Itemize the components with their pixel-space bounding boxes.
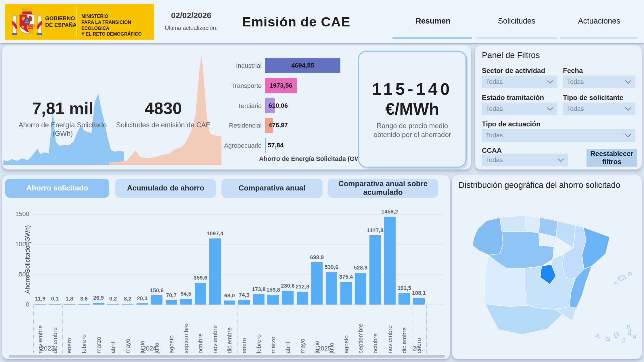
filter-dropdown-actuacion[interactable]: Todas [482,129,635,142]
chevron-down-icon [547,107,553,111]
spain-coat-of-arms-icon [11,7,43,37]
sector-bar[interactable] [265,138,266,153]
sector-label: Transporte [198,82,262,90]
month-bar[interactable] [224,301,235,305]
logo-divider [76,7,77,37]
monthly-chart-panel: Ahorro solicitado Acumulado de ahorro Co… [2,175,450,359]
bar-value-label: 1097,4 [201,230,229,237]
sector-row: Industrial4694,85 [221,58,356,73]
month-bar[interactable] [340,282,352,305]
filter-dropdown-sector[interactable]: Todas [482,76,557,88]
month-bar[interactable] [122,304,133,305]
month-bar[interactable] [107,304,119,305]
summary-panel: 7,81 mil Ahorro de Energía Solicitado (G… [2,45,471,170]
tab-solicitudes[interactable]: Solicitudes [476,17,557,26]
tab-resumen-underline [392,37,472,39]
filter-label-ccaa: CCAA [482,147,502,155]
month-bar[interactable] [34,304,46,305]
sector-label: Industrial [198,62,262,70]
sector-value-label: 57,84 [268,142,283,149]
filter-value-estado: Todas [486,105,503,113]
filter-dropdown-estado[interactable]: Todas [482,103,557,115]
month-bar[interactable] [49,304,61,305]
region-asturias[interactable] [500,215,526,231]
month-bar[interactable] [78,304,90,305]
tab-resumen[interactable]: Resumen [393,17,473,26]
y-tick-label: 1500 [6,210,29,218]
filter-label-sector: Sector de actividad [482,67,545,75]
region-galicia[interactable] [472,217,503,255]
chevron-down-icon [625,134,631,137]
region-cataluna[interactable] [582,227,610,269]
month-label: noviembre [386,307,393,353]
page-title: Emisión de CAE [227,14,365,30]
region-baleares[interactable] [615,272,632,284]
region-cantabria[interactable] [525,215,540,233]
month-bar[interactable] [195,283,206,305]
gridline [32,305,444,305]
month-label: mayo [124,307,131,353]
filter-dropdown-solicitante[interactable]: Todas [563,103,635,115]
sector-label: Agropecuario [198,142,262,149]
month-bar[interactable] [267,295,279,305]
month-label: mayo [299,307,306,353]
map-panel: Distribución geográfica del ahorro solic… [452,175,642,359]
month-bar[interactable] [180,299,192,305]
month-label: enero [66,307,73,353]
sector-label: Residencial [198,122,262,129]
month-bar[interactable] [355,273,366,305]
year-label: 2025 [307,345,342,352]
y-tick-label: 500 [6,271,29,278]
chevron-down-icon [625,107,631,111]
horizontal-scrollbar[interactable] [9,355,445,358]
tab-actuaciones[interactable]: Actuaciones [558,17,640,26]
month-label: agosto [168,307,175,353]
month-bar[interactable] [297,292,308,305]
tab-solicitudes-underline [476,37,557,39]
month-bar[interactable] [369,235,381,305]
month-bar[interactable] [137,303,148,305]
month-bar[interactable] [166,300,177,305]
month-bar[interactable] [282,291,294,305]
month-label: marzo [95,307,102,353]
last-update: 02/02/2026 Última actualización. [161,0,221,43]
filter-label-solicitante: Tipo de solicitante [563,94,623,102]
month-label: febrero [80,307,87,353]
sector-value-label: 610,06 [269,102,288,109]
month-label: septiembre [183,307,189,353]
filter-value-fecha: Todas [567,78,584,86]
price-range-value: 115-140 [372,79,453,99]
y-tick-label: 1000 [6,240,29,248]
filter-value-sector: Todas [486,78,503,86]
sector-row: Agropecuario57,84 [221,138,356,153]
filter-value-actuacion: Todas [486,132,503,139]
kpi-ahorro-value: 7,81 mil [5,99,120,118]
sector-value-label: 1973,56 [265,82,297,89]
month-bar[interactable] [64,304,75,305]
government-name: GOBIERNO DE ESPAÑA [45,15,76,28]
month-bar[interactable] [384,217,396,305]
bar-value-label: 539,6 [317,264,346,270]
region-navarra[interactable] [556,221,576,248]
tab-actuaciones-underline [560,37,638,39]
filter-label-actuacion: Tipo de actuación [482,120,540,128]
month-label: agosto [343,307,350,353]
month-label: abril [110,307,116,353]
filter-dropdown-ccaa[interactable]: Todas [482,154,568,166]
gridline [32,244,444,245]
filter-dropdown-fecha[interactable]: Todas [563,76,635,88]
month-bar[interactable] [413,298,425,305]
year-label: 20... [402,345,436,352]
bar-value-label: 108,1 [405,290,433,296]
bar-value-label: 698,9 [302,254,331,261]
sector-row: Transporte1973,56 [221,78,356,93]
month-bar[interactable] [253,294,264,305]
region-canarias[interactable] [595,325,636,342]
month-bar[interactable] [238,300,250,305]
government-logo: GOBIERNO DE ESPAÑA MINISTERIO PARA LA TR… [5,4,154,40]
reset-filters-button[interactable]: Reestablecer filtros [586,149,637,167]
year-label: 2024 [132,345,167,352]
last-update-date: 02/02/2026 [161,11,221,20]
map-title: Distribución geográfica del ahorro solic… [459,180,620,190]
month-bar[interactable] [93,303,104,305]
